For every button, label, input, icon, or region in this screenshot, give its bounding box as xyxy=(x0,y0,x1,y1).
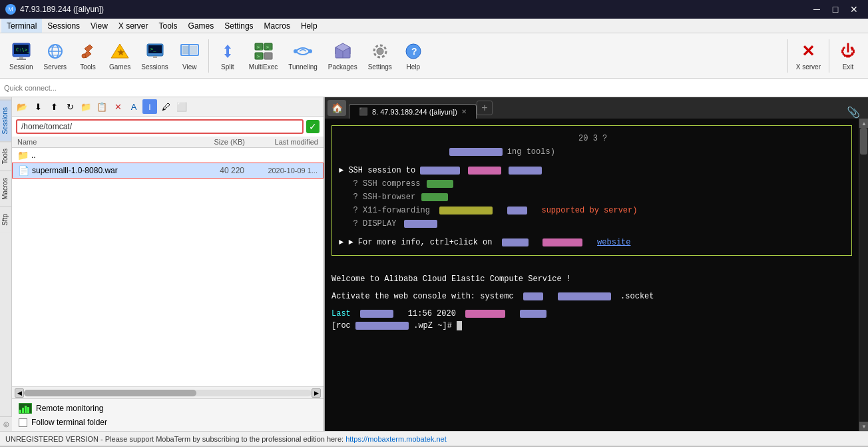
svg-point-10 xyxy=(82,54,86,58)
hscrollbar[interactable] xyxy=(24,390,312,396)
blurred-15 xyxy=(465,310,505,318)
svg-text:>_: >_ xyxy=(257,54,263,59)
servers-icon xyxy=(45,41,66,62)
view-label: View xyxy=(182,63,197,71)
vtab-sessions[interactable]: Sessions xyxy=(0,100,11,141)
col-header-modified[interactable]: Last modified xyxy=(245,138,318,146)
follow-folder-checkbox[interactable] xyxy=(19,418,27,427)
toolbar-xserver[interactable]: ✕ X server xyxy=(792,37,825,75)
menu-view[interactable]: View xyxy=(85,19,113,33)
tab-icon: ⬛ xyxy=(359,107,368,116)
scrollbar-thumb[interactable] xyxy=(860,128,867,155)
status-text: UNREGISTERED VERSION - Please support Mo… xyxy=(5,435,343,443)
file-tb-more[interactable]: ⬜ xyxy=(174,99,189,114)
terminal-scrollbar[interactable]: ▲ ▼ xyxy=(859,119,868,431)
toolbar-session[interactable]: C:\>_ Session xyxy=(5,37,37,75)
blurred-4 xyxy=(509,167,542,175)
file-bottom-panel: Remote monitoring Follow terminal folder xyxy=(12,398,324,431)
toolbar-help[interactable]: ? Help xyxy=(399,37,428,75)
file-row-parent[interactable]: 📁 .. xyxy=(12,148,324,163)
games-icon: ★ xyxy=(109,41,130,62)
file-tb-up[interactable]: ⬆ xyxy=(47,99,61,114)
settings-icon xyxy=(369,41,391,62)
menu-tools[interactable]: Tools xyxy=(154,19,183,33)
menu-terminal[interactable]: Terminal xyxy=(1,19,42,33)
maximize-button[interactable]: □ xyxy=(827,3,844,16)
col-header-size[interactable]: Size (KB) xyxy=(185,138,245,146)
toolbar-multiexec[interactable]: >_ >_ >_ MultiExec xyxy=(245,37,282,75)
file-tb-rename[interactable]: A xyxy=(126,99,141,114)
file-tb-copy[interactable]: 📋 xyxy=(95,99,109,114)
vtab-sftp[interactable]: Sftp xyxy=(0,207,11,232)
scroll-left-btn[interactable]: ◀ xyxy=(15,388,24,398)
file-row-war[interactable]: 📄 supermalll-1.0-8080.war 40 220 2020-10… xyxy=(12,163,324,179)
add-tab-button[interactable]: + xyxy=(477,101,493,115)
ssh-browser-line: ? SSH-browser xyxy=(339,191,845,203)
menu-settings[interactable]: Settings xyxy=(219,19,258,33)
tab-close-icon[interactable]: ✕ xyxy=(461,108,467,115)
vtab-macros[interactable]: Macros xyxy=(0,171,11,207)
toolbar-sessions[interactable]: >_ Sessions xyxy=(137,37,172,75)
scroll-up-btn[interactable]: ▲ xyxy=(859,119,868,128)
toolbar-tools[interactable]: Tools xyxy=(73,37,103,75)
scroll-down-btn[interactable]: ▼ xyxy=(859,422,868,431)
help-icon: ? xyxy=(403,41,424,62)
toolbar-settings[interactable]: Settings xyxy=(364,37,396,75)
toolbar-games[interactable]: ★ Games xyxy=(105,37,134,75)
home-button[interactable]: 🏠 xyxy=(327,100,346,116)
prompt-line: [roc .wpZ ~]# xyxy=(331,320,852,332)
war-file-icon: 📄 xyxy=(18,165,29,176)
close-button[interactable]: ✕ xyxy=(845,3,863,16)
tools-icon xyxy=(77,41,99,62)
blurred-1 xyxy=(449,148,503,156)
menu-xserver[interactable]: X server xyxy=(113,19,154,33)
hscrollbar-thumb xyxy=(24,390,196,396)
toolbar-tunneling[interactable]: Tunneling xyxy=(284,37,322,75)
menu-games[interactable]: Games xyxy=(183,19,220,33)
remote-monitoring-row[interactable]: Remote monitoring xyxy=(19,403,317,414)
split-label: Split xyxy=(221,63,234,71)
vtab-tools[interactable]: Tools xyxy=(0,141,11,171)
paperclip-icon[interactable]: 📎 xyxy=(841,106,865,119)
parent-folder-name: .. xyxy=(31,151,36,160)
file-tb-delete[interactable]: ✕ xyxy=(110,99,125,114)
file-toolbar: 📂 ⬇ ⬆ ↻ 📁 📋 ✕ A i 🖊 ⬜ xyxy=(12,97,324,117)
menu-help[interactable]: Help xyxy=(296,19,323,33)
file-tb-newfolder[interactable]: 📁 xyxy=(79,99,93,114)
file-list: 📁 .. 📄 supermalll-1.0-8080.war 40 220 20… xyxy=(12,148,324,386)
file-path-input[interactable] xyxy=(16,119,304,134)
toolbar-separator-1 xyxy=(208,39,209,73)
file-path-ok-button[interactable]: ✓ xyxy=(306,120,320,133)
blurred-13 xyxy=(558,292,611,300)
menu-macros[interactable]: Macros xyxy=(259,19,296,33)
svg-rect-3 xyxy=(17,59,26,60)
blurred-12 xyxy=(523,292,543,300)
file-tb-download[interactable]: ⬇ xyxy=(31,99,45,114)
file-list-header: Name Size (KB) Last modified xyxy=(12,137,324,148)
ssh-info-line: ► ► For more info, ctrl+click on website xyxy=(339,236,845,248)
terminal-content[interactable]: 20 3 ? ing tools) ► SSH session to xyxy=(325,119,859,431)
terminal-tab-active[interactable]: ⬛ 8. 47.93.189.244 ([aliyun]) ✕ xyxy=(349,104,477,119)
minimize-button[interactable]: ─ xyxy=(808,3,825,16)
blurred-3 xyxy=(468,167,501,175)
status-link[interactable]: https://mobaxterm.mobatek.net xyxy=(345,435,447,443)
remote-monitoring-icon xyxy=(19,403,32,414)
col-header-name[interactable]: Name xyxy=(17,138,185,146)
war-file-size: 40 220 xyxy=(184,166,244,175)
file-tb-refresh[interactable]: ↻ xyxy=(63,99,77,114)
file-tb-upload[interactable]: 📂 xyxy=(15,99,29,114)
file-tb-edit[interactable]: 🖊 xyxy=(158,99,173,114)
file-tb-info[interactable]: i xyxy=(142,99,157,114)
toolbar-split[interactable]: Split xyxy=(213,37,242,75)
toolbar-view[interactable]: View xyxy=(175,37,204,75)
toolbar-servers[interactable]: Servers xyxy=(40,37,71,75)
scroll-right-btn[interactable]: ▶ xyxy=(312,388,321,398)
menu-sessions[interactable]: Sessions xyxy=(42,19,85,33)
quick-connect-input[interactable] xyxy=(4,84,137,92)
multiexec-label: MultiExec xyxy=(249,63,278,71)
vtab-expand[interactable]: ◎ xyxy=(0,416,12,431)
activate-line: Activate the web console with: systemc .… xyxy=(331,290,852,302)
svg-rect-19 xyxy=(190,46,197,54)
toolbar-packages[interactable]: Packages xyxy=(324,37,361,75)
toolbar-exit[interactable]: ⏻ Exit xyxy=(833,37,863,75)
